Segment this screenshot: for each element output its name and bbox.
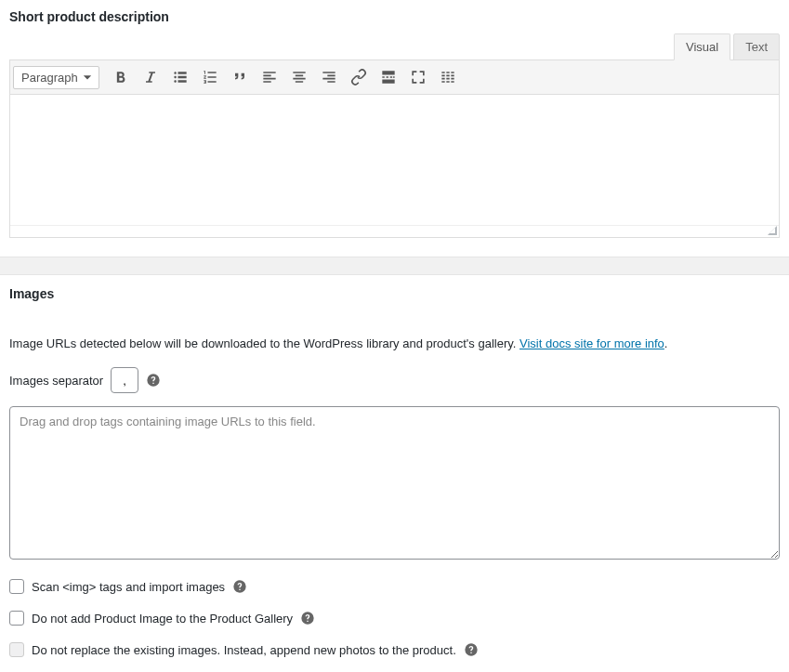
fullscreen-icon <box>409 68 427 86</box>
section-divider <box>0 257 789 275</box>
italic-icon <box>141 68 160 86</box>
checkbox-no-gallery[interactable] <box>9 611 24 626</box>
kitchen-sink-button[interactable] <box>434 63 462 91</box>
docs-link[interactable]: Visit docs site for more info <box>519 336 664 350</box>
images-info-text: Image URLs detected below will be downlo… <box>9 336 519 350</box>
separator-row: Images separator <box>9 367 780 393</box>
tab-visual[interactable]: Visual <box>674 33 730 60</box>
checkbox-row-gallery: Do not add Product Image to the Product … <box>9 611 780 626</box>
scan-help-icon[interactable] <box>232 579 247 594</box>
align-right-button[interactable] <box>315 63 343 91</box>
checkbox-row-append: Do not replace the existing images. Inst… <box>9 642 780 657</box>
bullet-list-icon <box>171 68 190 86</box>
bold-icon <box>112 68 130 86</box>
fullscreen-button[interactable] <box>404 63 432 91</box>
images-info: Image URLs detected below will be downlo… <box>9 336 780 350</box>
italic-button[interactable] <box>137 63 164 91</box>
separator-input[interactable] <box>111 367 138 393</box>
blockquote-button[interactable] <box>226 63 254 91</box>
numbered-list-icon <box>201 68 219 86</box>
images-info-period: . <box>664 336 668 350</box>
checkbox-append-label: Do not replace the existing images. Inst… <box>32 643 456 657</box>
link-button[interactable] <box>345 63 373 91</box>
align-center-button[interactable] <box>285 63 313 91</box>
align-left-icon <box>260 68 279 86</box>
blockquote-icon <box>230 68 249 86</box>
help-icon <box>146 373 161 388</box>
editor-footer <box>10 225 779 237</box>
editor-container: Paragraph <box>9 59 780 238</box>
editor-wrapper: Visual Text Paragraph <box>9 33 780 238</box>
bold-button[interactable] <box>107 63 135 91</box>
read-more-icon <box>379 68 398 86</box>
link-icon <box>349 68 368 86</box>
short-description-title: Short product description <box>9 9 780 24</box>
help-icon <box>300 611 315 626</box>
images-section: Images Image URLs detected below will be… <box>0 275 789 668</box>
separator-label: Images separator <box>9 374 103 388</box>
checkbox-scan-img[interactable] <box>9 579 24 594</box>
checkbox-append <box>9 642 24 657</box>
format-select[interactable]: Paragraph <box>13 66 99 89</box>
bullet-list-button[interactable] <box>166 63 194 91</box>
append-help-icon[interactable] <box>464 642 479 657</box>
align-right-icon <box>320 68 338 86</box>
read-more-button[interactable] <box>375 63 402 91</box>
numbered-list-button[interactable] <box>196 63 224 91</box>
checkbox-gallery-label: Do not add Product Image to the Product … <box>32 612 293 626</box>
editor-tabs: Visual Text <box>9 33 780 60</box>
checkbox-scan-label: Scan <img> tags and import images <box>32 580 225 594</box>
align-left-button[interactable] <box>256 63 283 91</box>
images-title: Images <box>9 286 780 301</box>
images-textarea[interactable] <box>9 406 780 560</box>
gallery-help-icon[interactable] <box>300 611 315 626</box>
tab-text[interactable]: Text <box>733 33 780 60</box>
help-icon <box>232 579 247 594</box>
short-description-section: Short product description Visual Text Pa… <box>0 0 789 247</box>
separator-help-icon[interactable] <box>146 373 161 388</box>
align-center-icon <box>290 68 309 86</box>
help-icon <box>464 642 479 657</box>
checkbox-row-scan: Scan <img> tags and import images <box>9 579 780 594</box>
editor-body[interactable] <box>10 95 779 225</box>
kitchen-sink-icon <box>439 68 457 86</box>
editor-toolbar: Paragraph <box>10 60 779 95</box>
resize-handle[interactable] <box>766 224 777 235</box>
